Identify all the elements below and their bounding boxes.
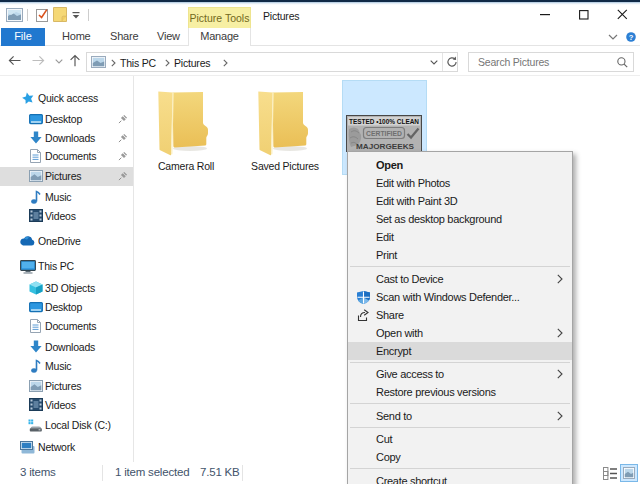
svg-text:MAJORGEEKS: MAJORGEEKS <box>356 142 415 151</box>
svg-text:CERTIFIED: CERTIFIED <box>366 130 402 137</box>
svg-text:?: ? <box>629 33 634 42</box>
svg-text:TESTED •100% CLEAN: TESTED •100% CLEAN <box>349 118 419 125</box>
